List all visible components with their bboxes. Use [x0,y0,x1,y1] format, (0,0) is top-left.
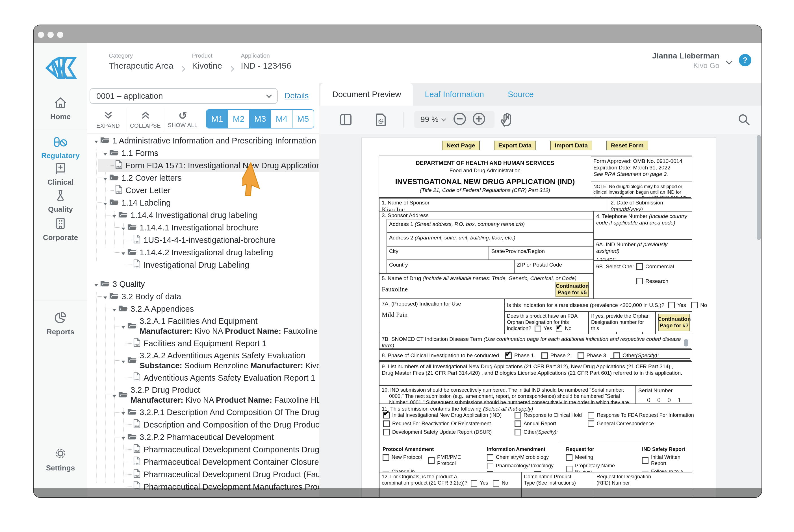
sidebar-item-clinical[interactable]: Clinical [34,163,87,187]
zoom-control[interactable]: 99 % [414,111,495,128]
request-for-reactivation-or-reinstatement-checkbox[interactable] [383,420,390,427]
import-data-button[interactable]: Import Data [550,140,592,150]
tab-document-preview[interactable]: Document Preview [320,83,413,106]
caret-down-icon[interactable] [121,356,126,365]
tree-folder-row[interactable]: 3 Quality [87,278,319,290]
field-address1[interactable]: Address 1 (Street address, P.O. box, com… [387,219,594,233]
module-tab-m4[interactable]: M4 [271,110,293,128]
field-scrollbar[interactable] [684,339,688,346]
field-city[interactable]: City [387,246,489,260]
field-country[interactable]: Country [387,260,514,273]
zoom-in-icon[interactable] [472,112,486,127]
phase1-checkbox[interactable] [505,353,512,359]
new-protocol-checkbox[interactable] [383,454,389,461]
caret-down-icon[interactable] [94,136,98,146]
breadcrumb-item-category[interactable]: CategoryTherapeutic Area [109,52,173,71]
continuation-page-5-button[interactable]: Continuation Page for #5 [555,282,589,297]
tree-document-row[interactable]: PDFInvestigational Drug Labeling [87,259,319,271]
caret-down-icon[interactable] [103,198,107,208]
phase-other-checkbox[interactable] [613,353,620,359]
caret-down-icon[interactable] [103,149,107,158]
user-menu-chevron-icon[interactable] [726,58,733,64]
tree-folder-row[interactable]: 3.2.P.1 Description And Composition Of T… [87,406,319,418]
tree-document-row[interactable]: PDFDescription and Composition of the Dr… [87,418,319,431]
minimize-icon[interactable] [48,32,54,38]
sidebar-item-settings[interactable]: Settings [34,447,87,472]
pmr-pmc-protocol-checkbox[interactable] [428,457,435,464]
tab-leaf-information[interactable]: Leaf Information [413,83,496,106]
serial-number-value[interactable]: 0001 [646,396,690,405]
field-address2[interactable]: Address 2 (Apartment, suite, unit, build… [387,233,594,246]
research-checkbox[interactable] [636,278,643,284]
tree-folder-row[interactable]: 3.2.A Appendices [87,303,319,315]
search-icon[interactable] [737,113,751,128]
tree-document-row[interactable]: PDFPharmaceutical Development Components… [87,443,319,456]
continuation-page-7-button[interactable]: Continuation Page for #7 [658,314,690,331]
pharmacology-toxicology-checkbox[interactable] [487,463,493,469]
page-layout-icon[interactable] [340,114,352,127]
caret-down-icon[interactable] [121,322,126,331]
tree-document-row[interactable]: PDF1US-14-4-1-investigational-brochure [87,234,319,246]
tree-folder-row[interactable]: 3.2.A.2 Adventitious Agents Safety Evalu… [87,349,319,372]
tree-folder-row[interactable]: 1.14.4 Investigational drug labeling [87,209,319,222]
submission-other-line[interactable] [559,442,687,442]
chemistry-microbiology-checkbox[interactable] [487,454,493,461]
sequence-select[interactable]: 0001 – application [90,88,278,104]
module-tab-m3[interactable]: M3 [250,110,271,128]
development-safety-update-report-dsur-checkbox[interactable] [383,429,390,435]
tree-document-row[interactable]: PDFPharmaceutical Development Container … [87,456,319,468]
hand-icon[interactable] [500,112,514,129]
export-data-button[interactable]: Export Data [494,140,536,150]
caret-down-icon[interactable] [112,391,116,400]
annual-report-checkbox[interactable] [515,420,521,427]
caret-down-icon[interactable] [121,223,126,232]
breadcrumb-item-product[interactable]: ProductKivotine [192,52,222,71]
reset-form-button[interactable]: Reset Form [606,140,648,150]
tree-document-row[interactable]: PDFAdventitious Agents Safety Evaluation… [87,372,319,384]
close-icon[interactable] [38,32,44,38]
other-checkbox[interactable] [515,429,521,435]
field-state[interactable]: State/Province/Region [489,246,594,260]
phase2-checkbox[interactable] [541,353,548,359]
field-7a-value[interactable]: Mild Pain [382,311,502,319]
zoom-out-icon[interactable] [453,112,467,127]
breadcrumb-item-application[interactable]: ApplicationIND - 123456 [241,52,291,71]
caret-down-icon[interactable] [103,292,107,301]
sidebar-item-quality[interactable]: Quality [34,189,87,214]
sidebar-item-regulatory[interactable]: Regulatory [34,136,87,160]
rare-yes-checkbox[interactable] [668,302,675,308]
preview-scrollbar[interactable] [757,135,761,240]
caret-down-icon[interactable] [112,211,116,220]
initial-investigational-new-drug-application-ind-checkbox[interactable] [383,412,390,418]
next-page-button[interactable]: Next Page [442,140,480,150]
sidebar-item-reports[interactable]: Reports [34,311,87,336]
tree-folder-row[interactable]: 3.2.P.2 Pharmaceutical Development [87,431,319,443]
response-to-clinical-hold-checkbox[interactable] [515,412,521,418]
initial-written-report-checkbox[interactable] [642,457,648,464]
sidebar-item-corporate[interactable]: Corporate [34,217,87,242]
commercial-checkbox[interactable] [636,263,643,270]
rare-no-checkbox[interactable] [691,302,698,308]
caret-down-icon[interactable] [121,433,126,442]
maximize-icon[interactable] [57,32,63,38]
sidebar-item-home[interactable]: Home [34,97,87,121]
collapse-button[interactable]: COLLAPSE [127,108,164,132]
combo-no-checkbox[interactable] [493,480,499,487]
tab-source[interactable]: Source [496,83,546,106]
expand-button[interactable]: EXPAND [90,108,127,132]
caret-down-icon[interactable] [121,248,126,257]
tree-document-row[interactable]: PDFFacilities and Equipment Report 1 [87,337,319,349]
module-tab-m1[interactable]: M1 [206,110,228,128]
document-settings-icon[interactable] [374,113,387,128]
tree-document-row[interactable]: PDFPharmaceutical Development Drug Produ… [87,468,319,481]
tree-folder-row[interactable]: 1 Administrative Information and Prescri… [87,134,319,147]
help-button[interactable]: ? [739,54,751,66]
details-link[interactable]: Details [284,91,309,100]
other-specify-line[interactable] [610,358,690,359]
orphan-no-checkbox[interactable] [556,326,562,332]
combo-yes-checkbox[interactable] [471,480,477,487]
general-correspondence-checkbox[interactable] [588,420,594,427]
phase3-checkbox[interactable] [577,353,584,359]
proprietary-name-review-checkbox[interactable] [566,466,572,472]
module-tab-m2[interactable]: M2 [228,110,250,128]
